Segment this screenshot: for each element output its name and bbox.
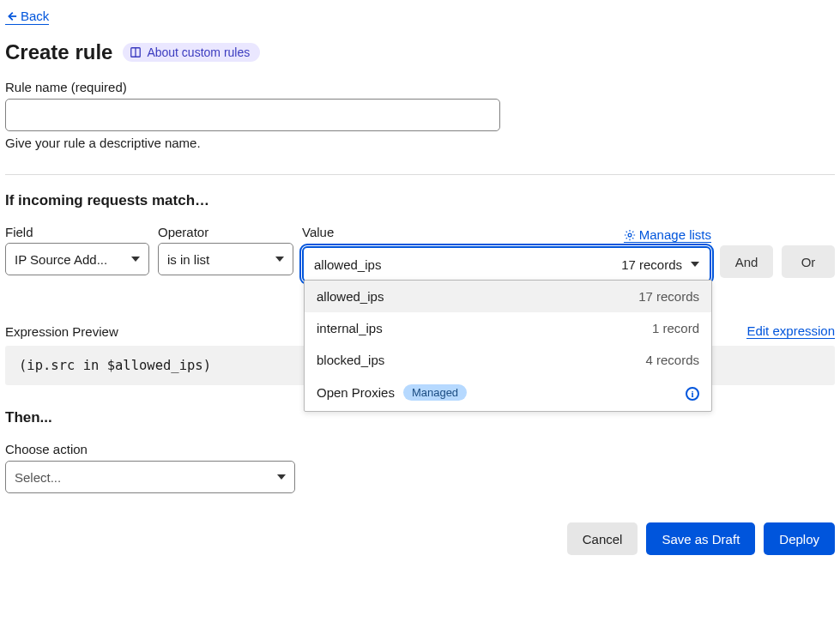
- info-icon[interactable]: i: [686, 387, 699, 401]
- action-select[interactable]: Select...: [5, 461, 295, 493]
- deploy-button[interactable]: Deploy: [764, 522, 835, 555]
- book-icon: [130, 46, 142, 58]
- choose-action-label: Choose action: [5, 442, 835, 456]
- chevron-down-icon: [131, 257, 140, 262]
- then-section-heading: Then...: [5, 409, 835, 426]
- dropdown-option-meta: 4 records: [645, 353, 699, 367]
- operator-label: Operator: [158, 225, 293, 239]
- chevron-down-icon: [277, 474, 286, 480]
- divider: [5, 174, 835, 175]
- manage-lists-link[interactable]: Manage lists: [624, 227, 711, 243]
- operator-select[interactable]: is in list: [158, 243, 293, 275]
- dropdown-option[interactable]: internal_ips1 record: [305, 312, 711, 344]
- and-button[interactable]: And: [720, 245, 773, 278]
- chevron-down-icon: [275, 257, 284, 262]
- value-label: Value: [302, 225, 334, 239]
- rule-name-helper: Give your rule a descriptive name.: [5, 136, 835, 150]
- svg-point-1: [628, 233, 632, 237]
- value-selected: allowed_ips: [314, 257, 381, 272]
- action-placeholder: Select...: [15, 470, 61, 485]
- dropdown-option-name: allowed_ips: [317, 289, 384, 304]
- dropdown-option-name: Open Proxies: [317, 385, 395, 400]
- managed-badge: Managed: [403, 384, 467, 401]
- field-label: Field: [5, 225, 149, 239]
- value-select[interactable]: allowed_ips 17 records: [302, 246, 711, 282]
- value-selected-meta: 17 records: [621, 257, 682, 272]
- manage-lists-label: Manage lists: [639, 227, 711, 242]
- rule-name-label: Rule name (required): [5, 80, 835, 94]
- page-title: Create rule: [5, 40, 112, 64]
- dropdown-option-meta: 17 records: [638, 289, 699, 304]
- about-label: About custom rules: [147, 45, 250, 59]
- dropdown-option-name: blocked_ips: [317, 353, 384, 367]
- dropdown-option[interactable]: allowed_ips17 records: [305, 281, 711, 312]
- chevron-down-icon: [691, 262, 699, 267]
- field-value: IP Source Add...: [15, 252, 107, 267]
- cancel-button[interactable]: Cancel: [567, 522, 638, 555]
- expression-preview-title: Expression Preview: [5, 324, 118, 339]
- save-as-draft-button[interactable]: Save as Draft: [646, 522, 755, 555]
- edit-expression-link[interactable]: Edit expression: [746, 323, 835, 339]
- dropdown-option[interactable]: Open ProxiesManagedi: [305, 376, 711, 409]
- field-select[interactable]: IP Source Add...: [5, 243, 149, 275]
- dropdown-option-meta: 1 record: [652, 321, 699, 335]
- operator-value: is in list: [167, 252, 209, 267]
- gear-icon: [624, 229, 636, 241]
- dropdown-option[interactable]: blocked_ips4 records: [305, 344, 711, 376]
- match-section-heading: If incoming requests match…: [5, 192, 835, 209]
- about-custom-rules-link[interactable]: About custom rules: [123, 43, 260, 62]
- value-dropdown: allowed_ips17 recordsinternal_ips1 recor…: [304, 280, 712, 412]
- or-button[interactable]: Or: [782, 245, 835, 278]
- back-label: Back: [21, 9, 49, 23]
- rule-name-input[interactable]: [5, 99, 500, 131]
- back-link[interactable]: Back: [5, 9, 49, 25]
- dropdown-option-name: internal_ips: [317, 321, 383, 335]
- arrow-left-icon: [5, 10, 17, 22]
